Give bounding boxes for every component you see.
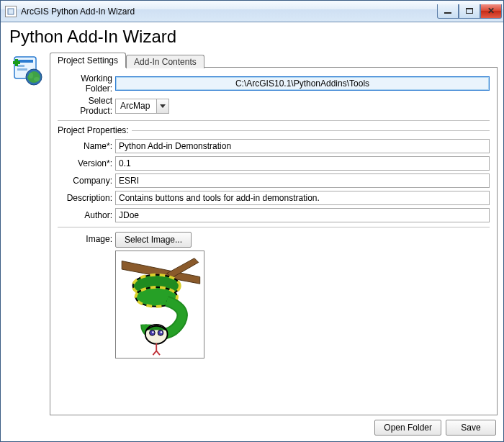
svg-point-21 <box>161 331 162 333</box>
label-description: Description: <box>58 193 115 203</box>
svg-point-10 <box>34 77 40 81</box>
svg-point-19 <box>158 330 163 336</box>
row-author: Author: <box>58 207 490 222</box>
chevron-down-icon <box>156 99 168 113</box>
svg-point-20 <box>152 331 153 333</box>
company-input[interactable] <box>115 173 490 188</box>
wizard-addin-icon <box>6 51 50 415</box>
label-working-folder: Working Folder: <box>58 73 115 94</box>
label-version: Version*: <box>58 158 115 168</box>
row-description: Description: <box>58 190 490 205</box>
author-input[interactable] <box>115 208 490 222</box>
window-title: ArcGIS Python Add-In Wizard <box>21 6 437 17</box>
page-title: Python Add-In Wizard <box>1 22 503 51</box>
open-folder-button[interactable]: Open Folder <box>374 420 441 436</box>
row-version: Version*: <box>58 155 490 171</box>
product-combobox[interactable]: ArcMap <box>115 99 169 114</box>
save-button[interactable]: Save <box>446 420 496 436</box>
svg-rect-3 <box>17 65 24 67</box>
svg-point-18 <box>150 330 156 336</box>
close-button[interactable]: ✕ <box>480 4 502 19</box>
row-company: Company: <box>58 173 490 188</box>
tab-project-settings[interactable]: Project Settings <box>50 53 126 68</box>
tabs-area: Project Settings Add-In Contents Working… <box>50 51 498 415</box>
product-combobox-value: ArcMap <box>116 101 156 111</box>
svg-point-9 <box>29 73 33 78</box>
divider <box>58 120 490 121</box>
window-buttons: ✕ <box>437 4 502 19</box>
svg-rect-4 <box>17 68 27 71</box>
fieldset-project-properties: Project Properties: <box>58 125 490 135</box>
client-area: Python Add-In Wizard <box>1 22 503 441</box>
titlebar: ArcGIS Python Add-In Wizard ✕ <box>1 1 503 22</box>
svg-rect-0 <box>8 9 14 14</box>
label-project-properties: Project Properties: <box>58 125 132 135</box>
version-input[interactable] <box>115 156 490 171</box>
label-image: Image: <box>58 232 115 244</box>
maximize-button[interactable] <box>459 4 480 19</box>
divider <box>58 227 490 227</box>
row-select-product: Select Product: ArcMap <box>58 96 490 116</box>
body-row: Project Settings Add-In Contents Working… <box>1 51 503 415</box>
image-preview <box>115 251 204 358</box>
row-working-folder: Working Folder: <box>58 73 490 94</box>
tab-addin-contents[interactable]: Add-In Contents <box>126 55 204 68</box>
label-select-product: Select Product: <box>58 96 115 116</box>
app-icon <box>5 6 17 17</box>
label-name: Name*: <box>58 141 115 151</box>
select-image-button[interactable]: Select Image... <box>115 232 192 248</box>
row-image: Image: Select Image... <box>58 232 490 358</box>
python-snake-image <box>117 253 202 356</box>
label-company: Company: <box>58 176 115 186</box>
window-frame: ArcGIS Python Add-In Wizard ✕ Python Add… <box>0 0 504 442</box>
footer: Open Folder Save <box>1 415 503 441</box>
working-folder-input[interactable] <box>115 76 490 91</box>
minimize-button[interactable] <box>437 4 459 19</box>
name-input[interactable] <box>115 139 490 153</box>
tab-content-project-settings: Working Folder: Select Product: ArcMap <box>50 67 498 415</box>
label-author: Author: <box>58 210 115 220</box>
row-name: Name*: <box>58 138 490 153</box>
description-input[interactable] <box>115 191 490 205</box>
tabstrip: Project Settings Add-In Contents <box>50 51 498 67</box>
